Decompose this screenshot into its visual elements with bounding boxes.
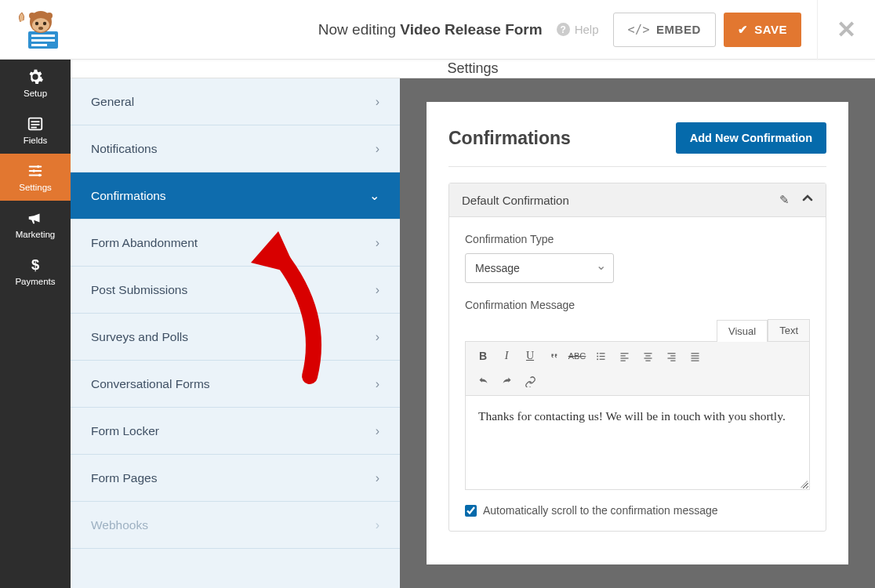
align-center-icon[interactable] — [637, 345, 659, 367]
close-button[interactable]: ✕ — [817, 0, 859, 60]
rail-item-settings[interactable]: Settings — [0, 154, 71, 201]
rail-label: Settings — [19, 183, 52, 192]
rail-label: Fields — [24, 136, 48, 145]
svg-point-6 — [35, 21, 38, 24]
save-label: SAVE — [754, 23, 787, 36]
svg-rect-23 — [599, 355, 605, 356]
align-left-icon[interactable] — [613, 345, 635, 367]
svg-point-16 — [32, 169, 35, 172]
card-header[interactable]: Default Confirmation ✎ — [449, 183, 826, 217]
editing-title: Now editing Video Release Form — [72, 21, 550, 38]
chevron-right-icon: › — [376, 283, 379, 297]
autoscroll-checkbox[interactable] — [465, 505, 477, 517]
chevron-right-icon: › — [376, 142, 379, 156]
app-logo — [13, 8, 63, 52]
subnav-label: Form Locker — [91, 424, 159, 438]
undo-icon[interactable] — [472, 370, 494, 392]
message-label: Confirmation Message — [465, 299, 810, 311]
confirmation-type-select[interactable]: Message — [465, 253, 614, 283]
chevron-right-icon: › — [376, 471, 379, 485]
chevron-right-icon: › — [376, 424, 379, 438]
subnav-item-webhooks[interactable]: Webhooks› — [71, 502, 400, 549]
subnav-item-form-abandonment[interactable]: Form Abandonment› — [71, 220, 400, 267]
subnav-label: Post Submissions — [91, 283, 187, 297]
confirmation-card: Default Confirmation ✎ Confirmation Type… — [448, 183, 826, 532]
subnav-label: Surveys and Polls — [91, 330, 188, 344]
confirmations-panel: Confirmations Add New Confirmation Defau… — [427, 102, 848, 564]
bullet-list-icon[interactable] — [590, 345, 612, 367]
dollar-icon: $ — [27, 256, 44, 274]
edit-icon[interactable]: ✎ — [779, 193, 790, 207]
subnav-item-conversational[interactable]: Conversational Forms› — [71, 361, 400, 408]
svg-rect-22 — [599, 353, 605, 354]
redo-icon[interactable] — [496, 370, 517, 392]
check-icon: ✔ — [738, 23, 749, 37]
svg-rect-31 — [644, 358, 652, 358]
link-icon[interactable] — [519, 370, 541, 392]
subnav-item-post-submissions[interactable]: Post Submissions› — [71, 267, 400, 314]
subnav-item-surveys-polls[interactable]: Surveys and Polls› — [71, 314, 400, 361]
quote-icon[interactable] — [543, 345, 565, 367]
help-link[interactable]: ? Help — [557, 23, 599, 36]
chevron-down-icon: ⌄ — [369, 188, 379, 203]
chevron-right-icon: › — [376, 377, 379, 391]
align-justify-icon[interactable] — [684, 345, 706, 367]
italic-icon[interactable]: I — [496, 345, 517, 367]
editor-toolbar: B I U ABC — [465, 341, 810, 396]
svg-point-21 — [597, 358, 598, 360]
svg-point-10 — [46, 13, 53, 19]
svg-rect-32 — [645, 360, 650, 361]
settings-canvas: Confirmations Add New Confirmation Defau… — [400, 78, 875, 588]
svg-rect-1 — [31, 34, 55, 37]
now-editing-prefix: Now editing — [318, 21, 396, 38]
rail-item-setup[interactable]: Setup — [0, 60, 71, 107]
svg-point-15 — [37, 165, 40, 169]
subnav-item-general[interactable]: General› — [71, 78, 400, 125]
collapse-icon[interactable] — [802, 193, 813, 207]
rail-label: Setup — [24, 89, 47, 98]
rail-label: Payments — [15, 277, 55, 286]
underline-icon[interactable]: U — [519, 345, 541, 367]
subnav-label: Form Abandonment — [91, 236, 198, 250]
subnav-item-confirmations[interactable]: Confirmations⌄ — [71, 172, 400, 220]
svg-rect-30 — [645, 355, 650, 356]
rail-item-fields[interactable]: Fields — [0, 107, 71, 154]
align-right-icon[interactable] — [660, 345, 682, 367]
subnav-item-notifications[interactable]: Notifications› — [71, 125, 400, 172]
chevron-right-icon: › — [376, 330, 379, 344]
svg-point-7 — [43, 21, 46, 24]
svg-rect-26 — [620, 355, 625, 356]
svg-rect-2 — [31, 39, 55, 42]
add-confirmation-button[interactable]: Add New Confirmation — [676, 122, 826, 154]
rail-item-marketing[interactable]: Marketing — [0, 201, 71, 248]
svg-rect-25 — [620, 353, 628, 354]
help-label: Help — [575, 23, 599, 36]
subnav-label: Notifications — [91, 142, 157, 156]
svg-rect-34 — [670, 355, 675, 356]
rail-label: Marketing — [16, 230, 56, 239]
list-icon — [27, 115, 44, 132]
help-icon: ? — [557, 23, 570, 36]
bullhorn-icon — [27, 209, 44, 227]
strikethrough-icon[interactable]: ABC — [566, 345, 588, 367]
subnav-item-form-pages[interactable]: Form Pages› — [71, 455, 400, 502]
chevron-right-icon: › — [376, 95, 379, 109]
message-editor[interactable]: Thanks for contacting us! We will be in … — [465, 396, 810, 490]
embed-button[interactable]: </> EMBED — [613, 13, 716, 47]
top-bar: Now editing Video Release Form ? Help </… — [0, 0, 875, 60]
code-icon: </> — [628, 23, 651, 37]
svg-rect-35 — [667, 358, 675, 358]
page-title: Settings — [71, 60, 875, 78]
subnav-item-form-locker[interactable]: Form Locker› — [71, 408, 400, 455]
svg-point-20 — [597, 355, 598, 357]
svg-rect-40 — [691, 360, 699, 361]
rail-item-payments[interactable]: $ Payments — [0, 248, 71, 295]
bold-icon[interactable]: B — [472, 345, 494, 367]
editor-tab-visual[interactable]: Visual — [717, 320, 768, 342]
type-label: Confirmation Type — [465, 233, 810, 245]
card-title: Default Confirmation — [462, 194, 569, 207]
save-button[interactable]: ✔ SAVE — [724, 13, 801, 47]
autoscroll-label: Automatically scroll to the confirmation… — [483, 504, 718, 517]
chevron-right-icon: › — [376, 236, 379, 250]
editor-tab-text[interactable]: Text — [768, 319, 810, 341]
